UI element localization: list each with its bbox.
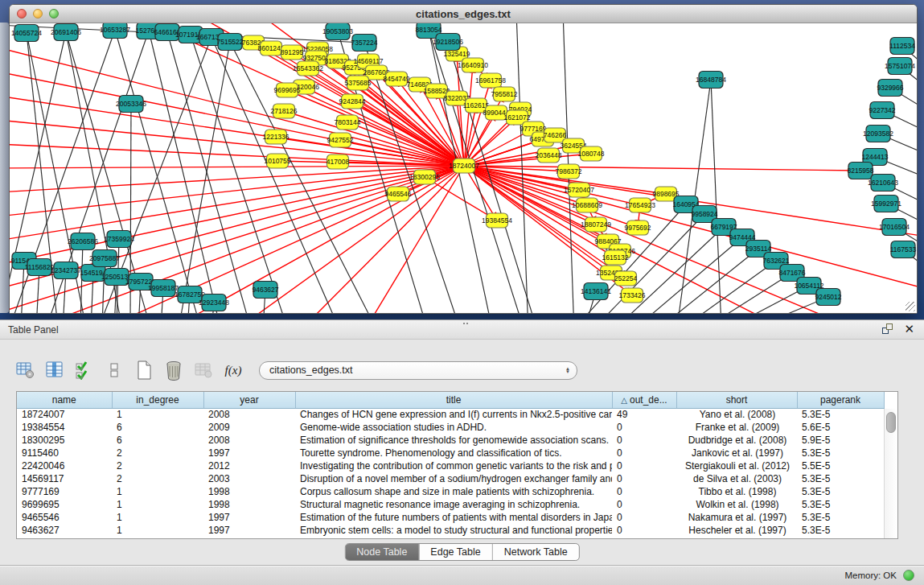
graph-edge[interactable] — [10, 166, 464, 168]
graph-node[interactable]: 18724007 — [449, 159, 479, 173]
graph-node[interactable]: 1112534 — [889, 38, 915, 55]
graph-node[interactable]: 1733426 — [618, 288, 645, 303]
graph-node[interactable]: 7357224 — [351, 35, 377, 51]
table-selector-dropdown[interactable]: citations_edges.txt ▲▼ — [259, 361, 577, 380]
graph-node[interactable]: 891295 — [281, 45, 304, 60]
network-canvas[interactable]: 1872400776382286012488912951522605893275… — [10, 23, 917, 313]
network-window-titlebar[interactable]: citations_edges.txt — [10, 5, 917, 23]
column-header-pagerank[interactable]: pagerank — [797, 392, 884, 408]
column-header-in_degree[interactable]: in_degree — [112, 392, 203, 408]
graph-node[interactable]: 12093582 — [863, 126, 893, 142]
graph-node[interactable]: 9463627 — [252, 282, 278, 299]
graph-edge[interactable] — [676, 261, 776, 313]
collapsed-panel-edge[interactable] — [0, 23, 9, 313]
graph-node[interactable]: 15720407 — [564, 183, 594, 197]
graph-node[interactable]: 15992971 — [871, 196, 901, 212]
column-select-icon[interactable] — [44, 360, 65, 381]
column-header-title[interactable]: title — [295, 392, 612, 408]
network-window[interactable]: citations_edges.txt 18724007763822860124… — [9, 4, 918, 314]
graph-node[interactable]: 1010755 — [264, 154, 290, 168]
graph-node[interactable]: 1080748 — [577, 146, 604, 161]
tab-network-table[interactable]: Network Table — [493, 544, 579, 560]
table-row[interactable]: 1872400712008Changes of HCN gene express… — [17, 408, 884, 421]
graph-node[interactable]: 20053346 — [116, 96, 146, 113]
graph-node[interactable]: 9699695 — [273, 83, 300, 97]
graph-node[interactable]: 1615132 — [602, 250, 628, 265]
graph-node[interactable]: 9329966 — [877, 80, 903, 97]
float-window-icon[interactable] — [882, 323, 893, 334]
graph-node[interactable]: 19218506 — [433, 34, 463, 51]
graph-node[interactable]: 20975887 — [89, 250, 120, 267]
table-settings-icon[interactable] — [14, 360, 35, 381]
graph-node[interactable]: 12342737 — [51, 262, 81, 279]
tab-edge-table[interactable]: Edge Table — [419, 544, 492, 560]
graph-node[interactable]: 9227342 — [869, 102, 895, 119]
graph-edge[interactable] — [464, 166, 860, 171]
row-checks-icon[interactable] — [74, 360, 95, 381]
graph-node[interactable]: 26206586 — [68, 233, 98, 250]
graph-node[interactable]: 5375685 — [344, 76, 371, 90]
table-row[interactable]: 2242004622012Investigating the contribut… — [17, 459, 884, 472]
table-row[interactable]: 946554611997Estimation of the future num… — [17, 511, 884, 524]
new-column-icon[interactable] — [133, 360, 154, 381]
graph-node[interactable]: 9242844 — [339, 94, 365, 109]
tab-node-table[interactable]: Node Table — [345, 544, 419, 560]
citation-network-graph[interactable]: 1872400776382286012488912951522605893275… — [10, 23, 917, 313]
graph-node[interactable]: 7803144 — [334, 115, 360, 130]
table-row[interactable]: 946362711997Embryonic stem cells: a mode… — [17, 524, 884, 537]
graph-node[interactable]: 18300295 — [409, 170, 440, 184]
delete-column-icon[interactable] — [163, 360, 184, 381]
table-row[interactable]: 911546021997Tourette syndrome. Phenomeno… — [17, 447, 884, 459]
graph-edge[interactable] — [191, 35, 287, 313]
column-header-short[interactable]: short — [676, 392, 797, 408]
graph-node[interactable]: 17654923 — [625, 198, 655, 212]
table-row[interactable]: 977716911998Corpus callosum shape and si… — [17, 485, 884, 498]
graph-node[interactable]: 252254 — [614, 271, 638, 286]
column-header-name[interactable]: name — [17, 392, 112, 408]
table-scrollbar[interactable] — [884, 409, 897, 538]
graph-edge[interactable] — [653, 249, 758, 313]
graph-node[interactable]: 7955812 — [491, 87, 517, 101]
window-resize-grip[interactable] — [906, 302, 915, 311]
graph-node[interactable]: 16640910 — [458, 58, 488, 72]
graph-node[interactable]: 7515522 — [216, 34, 243, 51]
graph-node[interactable]: 19384554 — [482, 213, 512, 228]
graph-node[interactable]: 10653287 — [100, 23, 130, 39]
import-table-icon[interactable] — [193, 360, 214, 381]
function-builder-icon[interactable]: f(x) — [223, 360, 244, 381]
graph-node[interactable]: 16210643 — [868, 175, 898, 192]
graph-edge[interactable] — [711, 80, 721, 313]
graph-node[interactable]: 2036448 — [535, 148, 561, 163]
graph-node[interactable]: 17359924 — [104, 231, 134, 248]
graph-node[interactable]: 2718126 — [270, 104, 297, 118]
graph-node[interactable]: 9245012 — [815, 289, 841, 306]
graph-node[interactable]: 20691406 — [51, 24, 81, 41]
graph-node[interactable]: 18807249 — [581, 217, 611, 232]
column-header-out_de[interactable]: △out_de... — [612, 392, 676, 408]
graph-node[interactable]: 19053803 — [322, 23, 353, 40]
table-scrollbar-thumb[interactable] — [886, 412, 896, 433]
rows-icon[interactable] — [104, 360, 125, 381]
graph-node[interactable]: 9975692 — [624, 220, 651, 235]
splitter-grip[interactable] — [462, 322, 470, 326]
graph-edge[interactable] — [719, 286, 809, 313]
graph-node[interactable]: 7986372 — [555, 164, 581, 179]
graph-node[interactable]: 16848784 — [696, 72, 726, 89]
graph-node[interactable]: 15751074 — [885, 58, 915, 75]
graph-node[interactable]: 16543362 — [293, 61, 323, 76]
graph-node[interactable]: 1221336 — [262, 130, 289, 144]
graph-node[interactable]: 9465546 — [384, 187, 411, 201]
graph-node[interactable]: 16961758 — [475, 73, 506, 88]
close-panel-icon[interactable]: ✕ — [904, 323, 914, 334]
graph-node[interactable]: 14055724 — [11, 25, 42, 42]
graph-edge[interactable] — [284, 111, 464, 166]
graph-node[interactable]: 9427552 — [326, 133, 353, 147]
graph-edge[interactable] — [167, 32, 251, 313]
graph-node[interactable]: 1167533 — [890, 241, 917, 258]
table-row[interactable]: 969969511998Structural magnetic resonanc… — [17, 498, 884, 511]
graph-node[interactable]: 12923448 — [199, 295, 229, 311]
column-header-year[interactable]: year — [203, 392, 295, 408]
graph-node[interactable]: 14136141 — [581, 283, 611, 300]
graph-node[interactable]: 417008 — [326, 154, 350, 169]
graph-node[interactable]: 8215958 — [847, 163, 873, 179]
